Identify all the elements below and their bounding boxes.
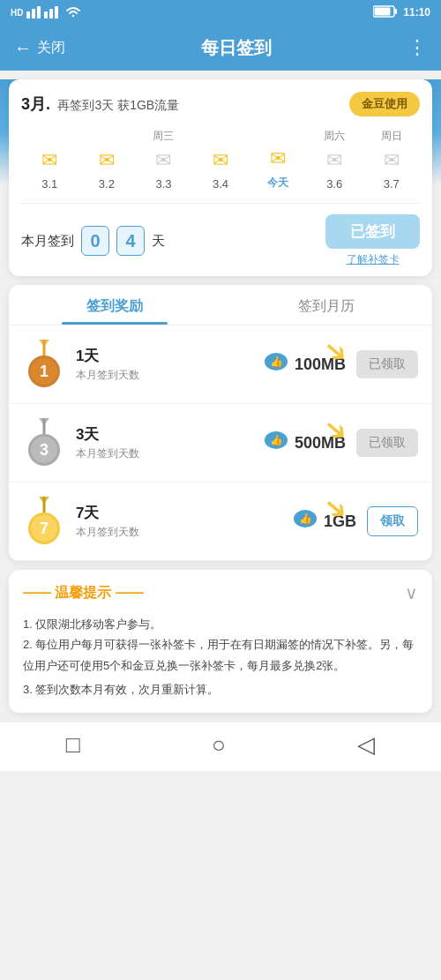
envelope-1: ✉ [33, 147, 66, 174]
rewards-tabs: 签到奖励 签到月历 [9, 285, 432, 325]
cal-day-3: 周三 ✉ 3.3 [135, 129, 192, 191]
sign-count-right: 已签到 了解补签卡 [325, 214, 420, 267]
month-label: 3月. [21, 95, 50, 113]
claim-button-1[interactable]: 已领取 [356, 350, 418, 378]
svg-text:3: 3 [40, 441, 49, 459]
count-digit-1: 0 [81, 226, 109, 256]
count-unit: 天 [152, 233, 165, 250]
reward-info-1: 1天 本月签到天数 [76, 346, 263, 383]
svg-rect-8 [375, 7, 391, 15]
day-num-6: 3.6 [326, 177, 342, 191]
signed-button[interactable]: 已签到 [325, 214, 420, 249]
cal-day-2: ✉ 3.2 [78, 147, 136, 191]
home-icon: □ [66, 731, 80, 759]
data-icon-3: 👍 [292, 507, 318, 535]
day-num-2: 3.2 [99, 177, 115, 191]
svg-rect-5 [55, 6, 58, 19]
wifi-icon [65, 5, 81, 19]
month-header: 3月. 再签到3天 获1GB流量 金豆使用 [21, 92, 420, 116]
tips-section: —— 温馨提示 —— ∨ 1. 仅限湖北移动客户参与。 2. 每位用户每月可获得… [9, 570, 432, 713]
补签卡-link[interactable]: 了解补签卡 [347, 252, 400, 267]
claim-button-3[interactable]: 领取 [367, 506, 418, 536]
more-button[interactable]: ⋮ [407, 36, 427, 59]
circle-icon: ○ [212, 731, 226, 759]
month-section: 3月. 再签到3天 获1GB流量 金豆使用 ✉ 3.1 ✉ 3.2 周三 ✉ 3… [9, 79, 432, 276]
envelope-4: ✉ [204, 147, 237, 174]
back-nav-icon: ◁ [357, 731, 375, 759]
hd-icon: HD [11, 8, 23, 18]
reward-desc-3: 本月签到天数 [76, 525, 292, 540]
bottom-nav: □ ○ ◁ [0, 722, 441, 771]
day-num-4: 3.4 [213, 177, 228, 191]
tab-rewards[interactable]: 签到奖励 [9, 285, 220, 325]
cal-day-7: 周日 ✉ 3.7 [363, 129, 420, 191]
status-bar: HD 11:10 [0, 0, 441, 25]
svg-text:👍: 👍 [269, 433, 282, 446]
cal-day-today: ✉ 今天 [249, 146, 306, 191]
svg-text:7: 7 [40, 520, 49, 537]
envelope-3: ✉ [146, 147, 180, 174]
reward-info-2: 3天 本月签到天数 [76, 424, 263, 461]
reward-desc-2: 本月签到天数 [76, 446, 263, 461]
envelope-7: ✉ [375, 147, 408, 174]
day-label-3: 周三 [153, 129, 174, 144]
tips-content: 1. 仅限湖北移动客户参与。 2. 每位用户每月可获得一张补签卡，用于在有日期漏… [23, 614, 418, 700]
status-right-info: 11:10 [373, 5, 430, 20]
reward-item-2: ➔ 3 3天 本月签到天数 👍 500MB [9, 404, 432, 483]
envelope-2: ✉ [90, 147, 123, 174]
data-icon-1: 👍 [263, 350, 289, 378]
page-title: 每日签到 [65, 36, 407, 60]
reward-info-3: 7天 本月签到天数 [76, 503, 292, 540]
tips-chevron-icon[interactable]: ∨ [405, 582, 418, 603]
data-icon-2: 👍 [263, 429, 289, 457]
nav-circle[interactable]: ○ [212, 731, 226, 759]
tips-line-2: 2. 每位用户每月可获得一张补签卡，用于在有日期漏签的情况下补签。另，每位用户还… [23, 634, 418, 676]
svg-text:👍: 👍 [298, 512, 311, 525]
time-display: 11:10 [403, 6, 430, 19]
reward-days-1: 1天 [76, 346, 263, 366]
svg-rect-7 [395, 9, 398, 14]
svg-rect-2 [37, 6, 41, 19]
tab-calendar[interactable]: 签到月历 [220, 285, 432, 325]
medal-1: 1 [23, 340, 65, 389]
month-subtitle: 再签到3天 获1GB流量 [57, 98, 179, 112]
tips-line-3: 3. 签到次数本月有效，次月重新计算。 [23, 679, 418, 699]
reward-amount-3: 1GB [324, 512, 356, 531]
envelope-today: ✉ [261, 146, 295, 172]
envelope-6: ✉ [318, 147, 351, 174]
count-digit-2: 4 [116, 226, 145, 256]
tips-title: —— 温馨提示 —— [23, 584, 144, 602]
calendar-row: ✉ 3.1 ✉ 3.2 周三 ✉ 3.3 ✉ 3.4 ✉ 今天 [21, 129, 420, 191]
top-nav: ← 关闭 每日签到 ⋮ [0, 25, 441, 71]
day-num-7: 3.7 [384, 177, 400, 191]
medal-3: 7 [23, 497, 65, 546]
day-num-3: 3.3 [155, 177, 171, 191]
back-button[interactable]: ← 关闭 [14, 38, 65, 58]
main-content: 3月. 再签到3天 获1GB流量 金豆使用 ✉ 3.1 ✉ 3.2 周三 ✉ 3… [0, 79, 441, 771]
back-arrow-icon: ← [14, 38, 32, 58]
today-label: 今天 [267, 176, 288, 191]
svg-rect-0 [26, 11, 30, 19]
day-label-7: 周日 [381, 129, 402, 144]
rewards-section: 签到奖励 签到月历 ➔ 1 1天 本月签到天数 [9, 285, 432, 561]
reward-item-1: ➔ 1 1天 本月签到天数 👍 [9, 325, 432, 404]
day-label-6: 周六 [324, 129, 345, 144]
battery-icon [373, 5, 398, 20]
gold-bean-button[interactable]: 金豆使用 [349, 92, 420, 116]
sign-count-row: 本月签到 0 4 天 已签到 了解补签卡 [21, 203, 420, 267]
svg-rect-1 [32, 9, 35, 19]
reward-days-3: 7天 [76, 503, 292, 523]
nav-home[interactable]: □ [66, 731, 80, 759]
reward-days-2: 3天 [76, 424, 263, 445]
svg-text:1: 1 [40, 363, 49, 380]
nav-back[interactable]: ◁ [357, 731, 375, 759]
day-num-1: 3.1 [41, 177, 57, 191]
claim-button-2[interactable]: 已领取 [356, 429, 418, 457]
tips-header: —— 温馨提示 —— ∨ [23, 582, 418, 603]
reward-item-3: ➔ 7 7天 本月签到天数 👍 1GB [9, 483, 432, 561]
close-label[interactable]: 关闭 [37, 39, 65, 57]
svg-text:👍: 👍 [269, 355, 282, 368]
svg-rect-3 [44, 11, 48, 19]
status-left-icons: HD [11, 4, 81, 20]
cal-day-4: ✉ 3.4 [192, 147, 250, 191]
